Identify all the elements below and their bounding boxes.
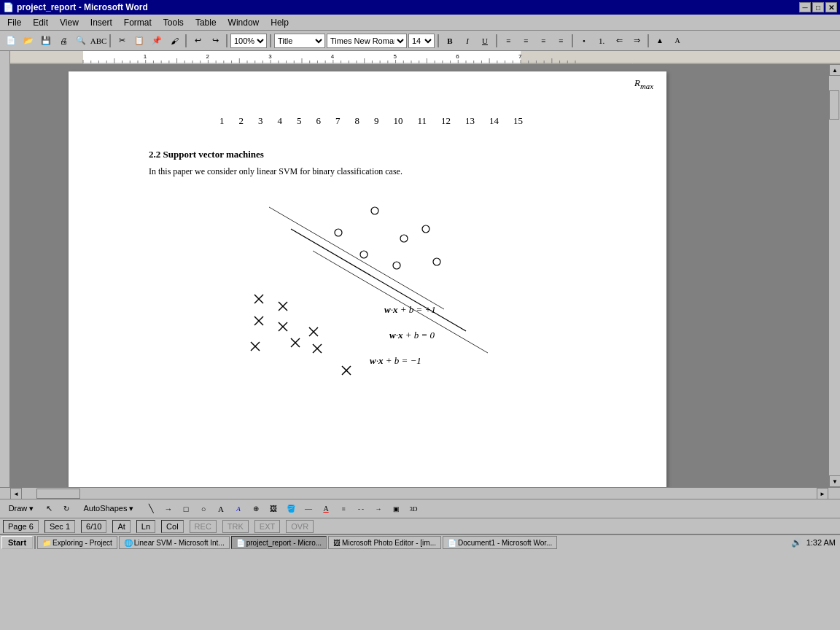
diagram-tool-button[interactable]: ⊕ [248, 501, 264, 517]
pgnum-13: 13 [465, 115, 475, 127]
menu-table[interactable]: Table [190, 16, 222, 29]
justify-button[interactable]: ≡ [553, 33, 569, 49]
menu-tools[interactable]: Tools [158, 16, 190, 29]
scroll-track [829, 76, 840, 475]
align-right-button[interactable]: ≡ [535, 33, 551, 49]
font-color-draw-button[interactable]: A [318, 501, 334, 517]
arrow-tool-button[interactable]: → [160, 501, 176, 517]
font-select[interactable]: Times New Roman [327, 34, 407, 48]
taskbar-exploring[interactable]: 📁 Exploring - Project [37, 536, 117, 549]
align-left-button[interactable]: ≡ [500, 33, 516, 49]
bullets-button[interactable]: • [576, 33, 592, 49]
dash-style-button[interactable]: - - [353, 501, 369, 517]
eq3-label: w·x + b = −1 [370, 355, 421, 366]
horizontal-scrollbar-area: ◄ ► [0, 487, 840, 499]
paste-button[interactable]: 📌 [149, 33, 165, 49]
upper-margin [269, 207, 444, 309]
taskbar-photoeditor[interactable]: 🖼 Microsoft Photo Editor - [im... [328, 536, 441, 549]
new-button[interactable]: 📄 [3, 33, 19, 49]
format-painter-button[interactable]: 🖌 [166, 33, 182, 49]
zoom-select[interactable]: 100% [230, 34, 267, 48]
section-heading: 2.2 Support vector machines [149, 149, 594, 160]
scroll-down-button[interactable]: ▼ [829, 475, 840, 487]
pgnum-12: 12 [441, 115, 451, 127]
rmax-r: R [634, 77, 640, 88]
section-text: In this paper we consider only linear SV… [149, 166, 594, 177]
print-button[interactable]: 🖨 [55, 33, 71, 49]
menu-help[interactable]: Help [265, 16, 295, 29]
print-preview-button[interactable]: 🔍 [73, 33, 89, 49]
clipart-tool-button[interactable]: 🖼 [265, 501, 281, 517]
menu-view[interactable]: View [54, 16, 85, 29]
separator-8 [648, 34, 649, 47]
autoshapes-button[interactable]: AutoShapes ▾ [76, 501, 141, 517]
hscroll-left-button[interactable]: ◄ [10, 488, 22, 499]
hscroll-thumb[interactable] [36, 489, 80, 499]
title-text: project_report - Microsoft Word [17, 2, 148, 12]
left-margin-bar [0, 64, 10, 487]
numbering-button[interactable]: 1. [594, 33, 610, 49]
redo-button[interactable]: ↪ [207, 33, 223, 49]
status-at-text: At [117, 522, 125, 531]
line-color-button[interactable]: — [300, 501, 316, 517]
menu-edit[interactable]: Edit [27, 16, 54, 29]
scroll-thumb[interactable] [829, 90, 839, 120]
status-pagecount-text: 6/10 [86, 522, 101, 531]
wordart-tool-button[interactable]: A [230, 501, 246, 517]
scroll-up-button[interactable]: ▲ [829, 64, 840, 76]
circle-2 [335, 229, 342, 236]
size-select[interactable]: 14 [408, 34, 435, 48]
taskbar-projectreport[interactable]: 📄 project_report - Micro... [231, 536, 327, 549]
3d-button[interactable]: 3D [405, 501, 421, 517]
menu-insert[interactable]: Insert [85, 16, 118, 29]
oval-tool-button[interactable]: ○ [195, 501, 211, 517]
style-select[interactable]: Title [274, 34, 325, 48]
arrow-style-button[interactable]: → [370, 501, 386, 517]
undo-button[interactable]: ↩ [190, 33, 206, 49]
maximize-button[interactable]: □ [812, 2, 824, 12]
spell-check-button[interactable]: ABC [90, 33, 106, 49]
pgnum-6: 6 [316, 115, 321, 127]
copy-button[interactable]: 📋 [131, 33, 147, 49]
circle-5 [422, 225, 429, 233]
taskbar-linearsvm[interactable]: 🌐 Linear SVM - Microsoft Int... [119, 536, 230, 549]
bold-button[interactable]: B [442, 33, 458, 49]
separator-5 [438, 34, 439, 47]
document-page: Rmax 1 2 3 4 5 6 7 8 9 10 11 12 13 [69, 71, 666, 487]
align-center-button[interactable]: ≡ [518, 33, 534, 49]
minimize-button[interactable]: ─ [799, 2, 811, 12]
textbox-tool-button[interactable]: A [213, 501, 229, 517]
menu-format[interactable]: Format [118, 16, 158, 29]
save-button[interactable]: 💾 [38, 33, 54, 49]
menu-window[interactable]: Window [222, 16, 265, 29]
status-ovr-text: OVR [291, 522, 308, 531]
vertical-scrollbar: ▲ ▼ [828, 64, 840, 487]
select-tool-button[interactable]: ↖ [41, 501, 57, 517]
cut-button[interactable]: ✂ [114, 33, 130, 49]
decrease-indent-button[interactable]: ⇐ [611, 33, 627, 49]
italic-button[interactable]: I [459, 33, 475, 49]
increase-indent-button[interactable]: ⇒ [629, 33, 645, 49]
open-button[interactable]: 📂 [20, 33, 36, 49]
shadow-button[interactable]: ▣ [388, 501, 404, 517]
rotate-tool-button[interactable]: ↻ [58, 501, 74, 517]
hscroll-right-button[interactable]: ► [817, 488, 828, 499]
underline-button[interactable]: U [477, 33, 493, 49]
taskbar-exploring-label: Exploring - Project [52, 539, 112, 547]
menu-file[interactable]: File [1, 16, 27, 29]
rect-tool-button[interactable]: □ [178, 501, 194, 517]
highlight-button[interactable]: ▲ [652, 33, 668, 49]
hscroll-right-area [828, 488, 840, 499]
taskbar-document1[interactable]: 📄 Document1 - Microsoft Wor... [443, 536, 557, 549]
font-color-button[interactable]: A [669, 33, 685, 49]
status-ln-text: Ln [141, 522, 150, 531]
fill-color-button[interactable]: 🪣 [283, 501, 299, 517]
start-button[interactable]: Start [1, 536, 33, 549]
menu-bar: File Edit View Insert Format Tools Table… [0, 15, 840, 31]
draw-menu-button[interactable]: Draw ▾ [3, 501, 39, 517]
line-style-button[interactable]: ≡ [335, 501, 351, 517]
status-sec-text: Sec 1 [50, 522, 70, 531]
pgnum-11: 11 [417, 115, 427, 127]
line-tool-button[interactable]: ╲ [143, 501, 159, 517]
close-button[interactable]: ✕ [825, 2, 837, 12]
